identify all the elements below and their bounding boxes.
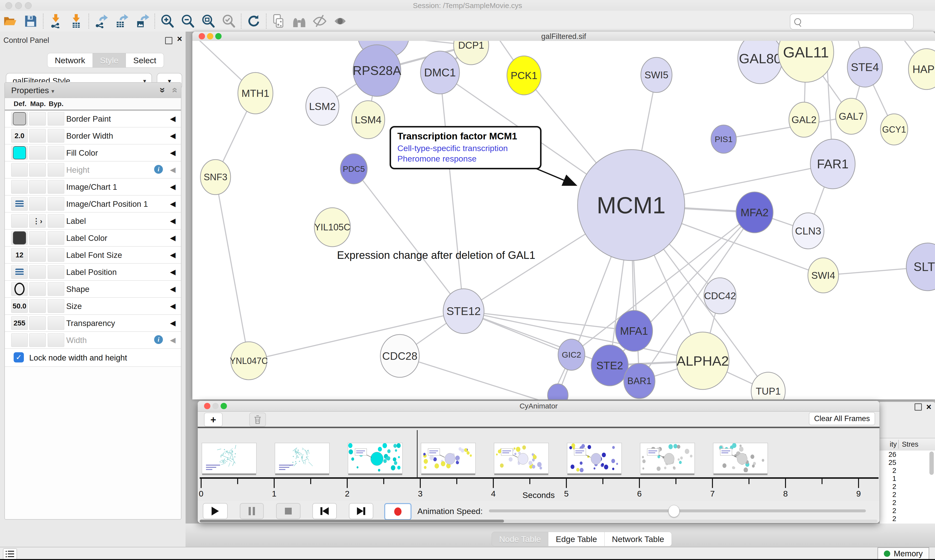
property-cell[interactable]: 50.0 (11, 299, 28, 313)
export-table-icon[interactable] (114, 14, 129, 29)
tab-network[interactable]: Network (47, 53, 93, 68)
table-row[interactable]: 2 (880, 515, 935, 523)
clone-network-icon[interactable] (271, 14, 286, 29)
table-row[interactable]: 2 (880, 491, 935, 499)
property-cell[interactable]: 255 (11, 316, 28, 330)
timeline[interactable]: 0123456789Seconds (198, 428, 879, 501)
cyanimator-scrollbar-thumb[interactable] (200, 520, 504, 523)
tab-select[interactable]: Select (126, 53, 164, 68)
frame-thumbnail-3[interactable] (421, 443, 476, 474)
float-panel-icon[interactable] (165, 37, 173, 44)
frame-thumbnail-2[interactable] (348, 443, 403, 474)
frame-thumbnail-5[interactable] (567, 443, 622, 474)
export-network-icon[interactable] (94, 14, 109, 29)
hide-graphics-details-icon[interactable] (312, 14, 327, 29)
chevron-left-icon[interactable]: ◀ (170, 114, 176, 123)
property-cell[interactable] (48, 214, 64, 228)
zoom-fit-icon[interactable] (201, 14, 216, 29)
expand-all-icon[interactable]: » (157, 87, 168, 93)
table-row[interactable]: 2 (880, 499, 935, 507)
network-window-titlebar[interactable]: galFiltered.sif (192, 32, 935, 42)
frame-thumbnail-6[interactable] (640, 443, 695, 474)
property-cell[interactable] (29, 299, 46, 313)
refresh-view-icon[interactable] (246, 14, 261, 29)
chevron-left-icon[interactable]: ◀ (170, 285, 176, 293)
open-folder-icon[interactable] (3, 14, 18, 29)
search-field[interactable] (790, 14, 913, 30)
property-row-height[interactable]: Heighti◀ (5, 162, 181, 178)
property-cell[interactable] (48, 248, 64, 262)
property-row-fill-color[interactable]: Fill Color◀ (5, 145, 181, 162)
annotation-box[interactable]: Transcription factor MCM1 Cell-type-spec… (390, 126, 542, 169)
property-cell[interactable] (48, 316, 64, 330)
table-column-ity[interactable]: ity (890, 440, 897, 448)
table-row[interactable]: 2 (880, 507, 935, 515)
property-cell[interactable]: 2.0 (11, 129, 28, 143)
close-table-icon[interactable]: × (926, 403, 931, 411)
chevron-left-icon[interactable]: ◀ (170, 148, 176, 157)
property-cell[interactable] (29, 231, 46, 245)
zoom-out-icon[interactable] (180, 14, 195, 29)
network-edge[interactable] (724, 116, 851, 139)
chevron-left-icon[interactable]: ◀ (170, 182, 176, 191)
save-session-icon[interactable] (23, 14, 38, 29)
task-history-button[interactable] (3, 548, 17, 560)
property-cell[interactable] (11, 214, 28, 228)
close-panel-icon[interactable]: × (177, 35, 182, 42)
property-cell[interactable] (11, 180, 28, 194)
property-cell[interactable] (29, 129, 46, 143)
frame-thumbnail-7[interactable] (713, 443, 768, 474)
property-row-border-paint[interactable]: Border Paint◀ (5, 111, 181, 128)
property-cell[interactable] (29, 112, 46, 126)
clear-all-frames-button[interactable]: Clear All Frames (809, 412, 875, 425)
property-cell[interactable] (29, 265, 46, 279)
zoom-in-icon[interactable] (160, 14, 175, 29)
annotation-link[interactable]: Cell-type-specific transcription (397, 143, 534, 153)
tab-edge-table[interactable]: Edge Table (548, 532, 605, 546)
network-edge[interactable] (216, 177, 249, 361)
tab-node-table[interactable]: Node Table (492, 532, 548, 546)
export-image-icon[interactable] (135, 14, 150, 29)
add-frame-button[interactable]: + (204, 412, 222, 427)
chevron-left-icon[interactable]: ◀ (170, 165, 176, 174)
table-row[interactable]: 26 (880, 451, 935, 458)
property-cell[interactable] (11, 197, 28, 211)
frame-thumbnail-4[interactable] (494, 443, 549, 474)
chevron-left-icon[interactable]: ◀ (170, 217, 176, 225)
pause-button[interactable] (240, 503, 264, 519)
table-column-stress[interactable]: Stres (902, 440, 918, 448)
property-row-label-position[interactable]: Label Position◀ (5, 264, 181, 281)
property-cell[interactable] (48, 129, 64, 143)
stop-button[interactable] (276, 503, 301, 519)
table-row[interactable]: 25 (880, 458, 935, 466)
chevron-left-icon[interactable]: ◀ (170, 336, 176, 344)
property-cell[interactable] (11, 112, 28, 126)
property-row-width[interactable]: Widthi◀ (5, 332, 181, 349)
property-cell[interactable] (48, 112, 64, 126)
property-cell[interactable] (29, 333, 46, 347)
table-row[interactable]: 2 (880, 466, 935, 475)
property-row-size[interactable]: 50.0Size◀ (5, 298, 181, 315)
info-icon[interactable]: i (154, 335, 163, 344)
chevron-left-icon[interactable]: ◀ (170, 131, 176, 140)
annotation-link[interactable]: Pheromone response (397, 154, 534, 163)
info-icon[interactable]: i (154, 165, 163, 174)
tab-style[interactable]: Style (93, 53, 126, 68)
chevron-left-icon[interactable]: ◀ (170, 251, 176, 259)
property-row-label[interactable]: ⋮›Label◀ (5, 212, 181, 230)
chevron-left-icon[interactable]: ◀ (170, 268, 176, 276)
find-icon[interactable] (292, 14, 307, 29)
network-edge[interactable] (354, 169, 464, 311)
record-button[interactable] (384, 503, 412, 520)
property-cell[interactable] (48, 180, 64, 194)
cyanimator-scrollbar[interactable] (200, 520, 878, 523)
property-cell[interactable] (29, 146, 46, 160)
property-cell[interactable] (48, 265, 64, 279)
slider-thumb[interactable] (668, 505, 680, 517)
collapse-all-icon[interactable]: » (168, 87, 179, 93)
import-table-icon[interactable] (69, 14, 84, 29)
property-cell[interactable] (48, 146, 64, 160)
play-button[interactable] (203, 503, 228, 519)
show-graphics-details-icon[interactable] (333, 14, 348, 29)
property-cell[interactable] (11, 333, 28, 347)
